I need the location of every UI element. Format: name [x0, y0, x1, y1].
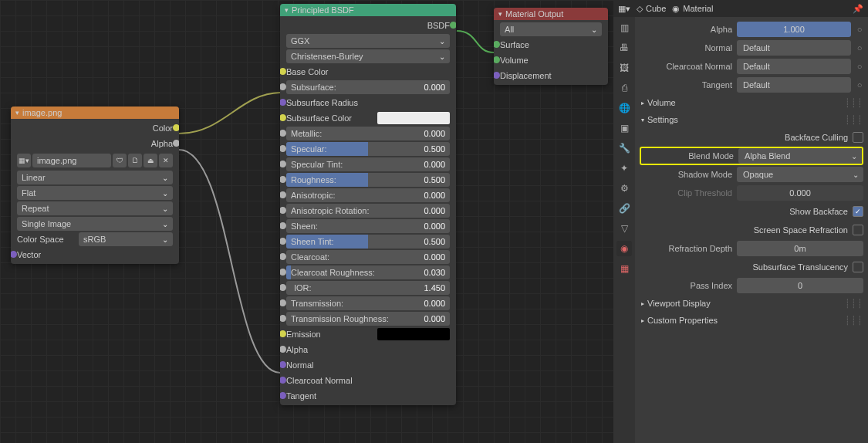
- tab-constraint-icon[interactable]: 🔗: [616, 201, 632, 216]
- tab-viewlayer-icon[interactable]: 🖼: [616, 60, 632, 76]
- emission-color-swatch[interactable]: [377, 328, 450, 340]
- section-viewport-display[interactable]: ▸Viewport Display┊┊┊: [640, 295, 863, 312]
- node-header[interactable]: ▾image.png: [11, 107, 179, 119]
- section-custom-properties[interactable]: ▸Custom Properties┊┊┊: [640, 312, 863, 329]
- projection-select[interactable]: Flat: [17, 186, 173, 200]
- clearcoat-normal-field[interactable]: Default: [737, 59, 851, 74]
- socket-subsurface-radius[interactable]: Subsurface Radius: [283, 95, 453, 110]
- socket-subsurface[interactable]: Subsurface:0.000: [283, 79, 453, 95]
- image-name-field[interactable]: image.png: [32, 154, 111, 167]
- pass-index-label: Pass Index: [640, 281, 732, 290]
- shadow-mode-label: Shadow Mode: [640, 170, 732, 179]
- source-select[interactable]: Single Image: [17, 217, 173, 231]
- socket-subsurface-color[interactable]: Subsurface Color: [283, 110, 453, 126]
- shadow-mode-select[interactable]: Opaque: [737, 167, 863, 182]
- section-volume[interactable]: ▸Volume┊┊┊: [640, 94, 863, 111]
- socket-specular-tint[interactable]: Specular Tint:0.000: [283, 157, 453, 172]
- socket-aniso-rot[interactable]: Anisotropic Rotation:0.000: [283, 203, 453, 218]
- sss-translucency-checkbox[interactable]: [853, 262, 863, 272]
- subsurface-color-swatch[interactable]: [377, 112, 450, 124]
- section-settings[interactable]: ▾Settings┊┊┊: [640, 111, 863, 128]
- link-icon[interactable]: ○: [856, 62, 863, 71]
- tab-material-icon[interactable]: ◉: [616, 241, 632, 256]
- refraction-depth-field[interactable]: 0m: [737, 241, 863, 256]
- node-editor-canvas[interactable]: ▾image.png Color Alpha ▦▾ image.png 🛡 🗋 …: [0, 0, 613, 443]
- tab-particles-icon[interactable]: ✦: [616, 161, 632, 176]
- alpha-field[interactable]: 1.000: [737, 22, 851, 37]
- clip-threshold-field: 0.000: [737, 185, 863, 201]
- socket-color-out[interactable]: Color: [14, 120, 176, 136]
- collapse-icon[interactable]: ▾: [285, 6, 289, 14]
- socket-normal-in[interactable]: Normal: [283, 357, 453, 373]
- socket-sheen[interactable]: Sheen:0.000: [283, 218, 453, 234]
- interpolation-select[interactable]: Linear: [17, 171, 173, 184]
- tangent-field[interactable]: Default: [737, 77, 851, 93]
- socket-emission[interactable]: Emission: [283, 326, 453, 342]
- node-title: Material Output: [505, 9, 563, 19]
- socket-clearcoat[interactable]: Clearcoat:0.000: [283, 249, 453, 265]
- tab-scene-icon[interactable]: ⎙: [616, 80, 632, 96]
- socket-base-color[interactable]: Base Color: [283, 64, 453, 79]
- socket-ior[interactable]: IOR:1.450: [283, 280, 453, 296]
- tab-data-icon[interactable]: ▽: [616, 221, 632, 236]
- tab-modifier-icon[interactable]: 🔧: [616, 140, 632, 156]
- fake-user-icon[interactable]: 🛡: [113, 154, 127, 167]
- tab-render-icon[interactable]: ▥: [616, 20, 632, 36]
- socket-surface-in[interactable]: Surface: [497, 37, 605, 52]
- node-header[interactable]: ▾Principled BSDF: [280, 4, 456, 16]
- backface-culling-checkbox[interactable]: [853, 132, 863, 143]
- socket-specular[interactable]: Specular:0.500: [283, 141, 453, 157]
- socket-displacement-in[interactable]: Displacement: [497, 68, 605, 83]
- socket-anisotropic[interactable]: Anisotropic:0.000: [283, 188, 453, 203]
- normal-label: Normal: [640, 43, 732, 52]
- socket-sheen-tint[interactable]: Sheen Tint:0.500: [283, 234, 453, 249]
- properties-panel: ▥ 🖶 🖼 ⎙ 🌐 ▣ 🔧 ✦ ⚙ 🔗 ▽ ◉ ▦ Alpha1.000○ No…: [613, 17, 868, 443]
- socket-metallic[interactable]: Metallic:0.000: [283, 126, 453, 141]
- ssr-checkbox[interactable]: [853, 225, 863, 235]
- material-breadcrumb[interactable]: ◉ Material: [672, 4, 713, 14]
- node-header[interactable]: ▾Material Output: [494, 8, 608, 20]
- node-image-texture[interactable]: ▾image.png Color Alpha ▦▾ image.png 🛡 🗋 …: [11, 107, 179, 264]
- socket-roughness[interactable]: Roughness:0.500: [283, 172, 453, 188]
- socket-vector-in[interactable]: Vector: [14, 247, 176, 262]
- pass-index-field[interactable]: 0: [737, 278, 863, 293]
- unlink-icon[interactable]: ✕: [159, 154, 173, 167]
- socket-transmission[interactable]: Transmission:0.000: [283, 296, 453, 311]
- sss-translucency-label: Subsurface Translucency: [752, 262, 848, 272]
- link-icon[interactable]: ○: [856, 25, 863, 34]
- tab-output-icon[interactable]: 🖶: [616, 40, 632, 56]
- colorspace-select[interactable]: sRGB: [79, 232, 173, 246]
- node-material-output[interactable]: ▾Material Output All Surface Volume Disp…: [494, 8, 608, 85]
- refraction-depth-label: Refraction Depth: [640, 244, 732, 253]
- socket-tangent-in[interactable]: Tangent: [283, 388, 453, 404]
- tab-world-icon[interactable]: 🌐: [616, 100, 632, 116]
- link-icon[interactable]: ○: [856, 80, 863, 90]
- subsurf-method-select[interactable]: Christensen-Burley: [286, 49, 450, 63]
- socket-trans-rough[interactable]: Transmission Roughness:0.000: [283, 311, 453, 326]
- socket-alpha-out[interactable]: Alpha: [14, 136, 176, 151]
- tab-physics-icon[interactable]: ⚙: [616, 181, 632, 196]
- collapse-icon[interactable]: ▾: [15, 109, 19, 117]
- socket-bsdf-out[interactable]: BSDF: [283, 18, 453, 33]
- mode-select[interactable]: ▦▾: [618, 4, 630, 14]
- socket-clearcoat-rough[interactable]: Clearcoat Roughness:0.030: [283, 265, 453, 280]
- collapse-icon[interactable]: ▾: [498, 10, 502, 18]
- normal-field[interactable]: Default: [737, 40, 851, 56]
- extension-select[interactable]: Repeat: [17, 201, 173, 215]
- tab-texture-icon[interactable]: ▦: [616, 261, 632, 276]
- blend-mode-select[interactable]: Alpha Blend: [738, 148, 862, 164]
- tab-object-icon[interactable]: ▣: [616, 120, 632, 136]
- pin-icon[interactable]: 📌: [853, 4, 863, 14]
- link-icon[interactable]: ○: [856, 43, 863, 52]
- image-browse-icon[interactable]: ▦▾: [17, 154, 31, 167]
- node-principled-bsdf[interactable]: ▾Principled BSDF BSDF GGX Christensen-Bu…: [280, 4, 456, 405]
- distribution-select[interactable]: GGX: [286, 34, 450, 48]
- unpack-icon[interactable]: ⏏: [144, 154, 157, 167]
- socket-alpha-in[interactable]: Alpha: [283, 342, 453, 357]
- target-select[interactable]: All: [500, 22, 602, 36]
- socket-volume-in[interactable]: Volume: [497, 52, 605, 68]
- object-breadcrumb[interactable]: ◇ Cube: [637, 4, 666, 14]
- open-image-icon[interactable]: 🗋: [128, 154, 142, 167]
- show-backface-checkbox[interactable]: ✓: [853, 206, 863, 217]
- socket-clearcoat-normal-in[interactable]: Clearcoat Normal: [283, 373, 453, 388]
